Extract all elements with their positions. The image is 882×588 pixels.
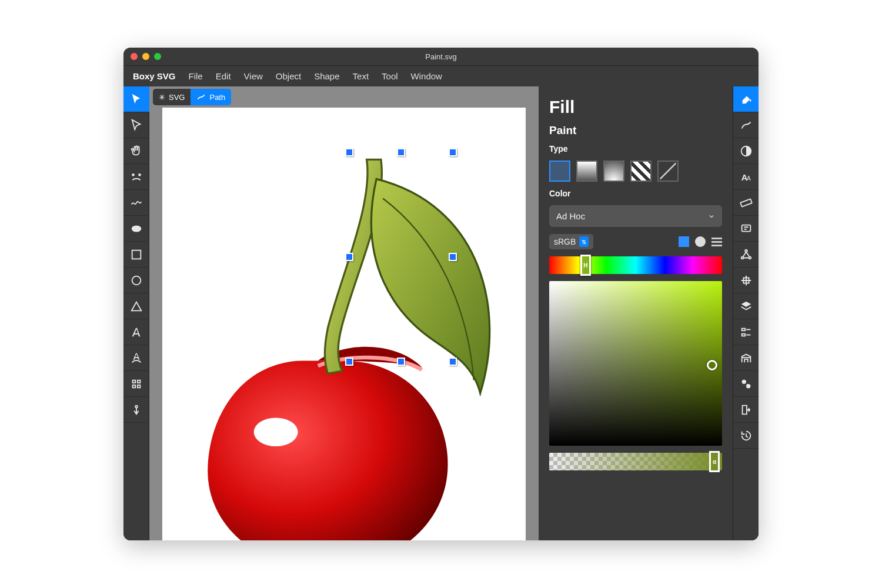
panel-nodes-button[interactable] (733, 242, 759, 268)
tool-anchor[interactable] (123, 397, 149, 423)
menu-view[interactable]: View (244, 71, 263, 81)
canvas-area: ✳ SVG Path (149, 86, 539, 540)
selection-handle[interactable] (397, 148, 405, 156)
crumb-svg[interactable]: ✳ SVG (153, 89, 191, 105)
type-radial[interactable] (603, 161, 624, 182)
panel-contrast-button[interactable] (733, 138, 759, 164)
tool-mesh[interactable] (123, 164, 149, 190)
menu-file[interactable]: File (189, 71, 203, 81)
path-icon (196, 92, 206, 102)
tool-text-path[interactable] (123, 345, 149, 371)
crumb-label: Path (209, 93, 225, 102)
color-preset-select[interactable]: Ad Hoc (549, 205, 722, 227)
asterisk-icon: ✳ (159, 93, 165, 102)
saturation-value-picker[interactable] (549, 281, 722, 446)
tool-crop[interactable] (123, 371, 149, 397)
svg-text:A: A (747, 175, 751, 181)
svg-rect-18 (742, 333, 746, 336)
right-toolbar: AA (733, 86, 759, 540)
svg-rect-3 (132, 250, 141, 259)
svg-point-1 (138, 173, 141, 176)
selection-handle[interactable] (449, 358, 457, 366)
picker-mode-sliders[interactable] (711, 238, 722, 246)
titlebar: Paint.svg (123, 48, 759, 65)
menu-window[interactable]: Window (411, 71, 442, 81)
panel-align-button[interactable] (733, 268, 759, 293)
panel-export-button[interactable] (733, 397, 759, 423)
panel-properties-button[interactable] (733, 319, 759, 345)
artwork-cherry (162, 108, 526, 540)
selection-handle[interactable] (345, 358, 353, 366)
selection-handle[interactable] (449, 253, 457, 261)
panel-fill-button[interactable] (733, 86, 759, 112)
app-name[interactable]: Boxy SVG (133, 71, 176, 81)
menu-shape[interactable]: Shape (314, 71, 339, 81)
type-label: Type (549, 144, 722, 153)
svg-point-19 (742, 379, 746, 383)
tool-freehand[interactable] (123, 190, 149, 216)
left-toolbar (123, 86, 149, 540)
type-solid[interactable] (549, 161, 570, 182)
tool-direct-select[interactable] (123, 112, 149, 138)
selection-handle[interactable] (397, 358, 405, 366)
svg-point-6 (254, 418, 298, 447)
hue-slider[interactable]: H (549, 256, 722, 274)
panel-library-button[interactable] (733, 345, 759, 371)
canvas[interactable] (162, 108, 526, 540)
tool-circle[interactable] (123, 268, 149, 293)
color-preset-value: Ad Hoc (556, 211, 585, 221)
menu-text[interactable]: Text (353, 71, 369, 81)
tool-rect[interactable] (123, 242, 149, 268)
svg-point-2 (132, 225, 142, 232)
fill-panel: Fill Paint Type Color Ad Hoc sRGB ⇅ (539, 86, 733, 540)
panel-ruler-button[interactable] (733, 190, 759, 216)
close-icon[interactable] (131, 53, 138, 60)
menu-edit[interactable]: Edit (216, 71, 231, 81)
svg-point-4 (132, 276, 141, 285)
panel-stroke-button[interactable] (733, 112, 759, 138)
svg-line-7 (660, 163, 676, 179)
svg-point-5 (135, 405, 138, 407)
type-linear[interactable] (576, 161, 597, 182)
zoom-icon[interactable] (154, 53, 161, 60)
color-label: Color (549, 189, 722, 198)
panel-layers-button[interactable] (733, 293, 759, 319)
panel-settings-button[interactable] (733, 371, 759, 397)
window-title: Paint.svg (425, 52, 456, 61)
selection-handle[interactable] (345, 253, 353, 261)
panel-title: Fill (549, 97, 722, 117)
tool-select[interactable] (123, 86, 149, 112)
stepper-icon: ⇅ (579, 236, 589, 247)
svg-point-20 (746, 384, 750, 388)
panel-section: Paint (549, 124, 722, 137)
menu-object[interactable]: Object (276, 71, 301, 81)
panel-history-button[interactable] (733, 423, 759, 449)
svg-rect-12 (742, 225, 751, 231)
tool-blob[interactable] (123, 216, 149, 242)
chevron-down-icon (708, 213, 715, 220)
panel-typography-button[interactable]: AA (733, 164, 759, 190)
selection-handle[interactable] (345, 148, 353, 156)
menu-tool[interactable]: Tool (382, 71, 398, 81)
picker-mode-square[interactable] (679, 236, 689, 247)
sv-thumb[interactable] (707, 360, 717, 370)
alpha-slider[interactable]: α (549, 453, 722, 470)
colorspace-select[interactable]: sRGB ⇅ (549, 234, 593, 249)
svg-rect-17 (742, 328, 746, 330)
svg-point-0 (132, 173, 135, 176)
crumb-path[interactable]: Path (191, 89, 231, 105)
svg-point-13 (745, 249, 747, 252)
panel-comment-button[interactable] (733, 216, 759, 242)
minimize-icon[interactable] (142, 53, 149, 60)
alpha-thumb[interactable]: α (709, 451, 720, 472)
tool-triangle[interactable] (123, 293, 149, 319)
menubar: Boxy SVG File Edit View Object Shape Tex… (123, 65, 759, 86)
picker-mode-wheel[interactable] (695, 236, 706, 247)
window-controls (131, 53, 161, 60)
type-pattern[interactable] (630, 161, 652, 182)
selection-handle[interactable] (449, 148, 457, 156)
hue-thumb[interactable]: H (580, 255, 591, 276)
tool-text[interactable] (123, 319, 149, 345)
type-none[interactable] (657, 161, 679, 182)
tool-hand[interactable] (123, 138, 149, 164)
